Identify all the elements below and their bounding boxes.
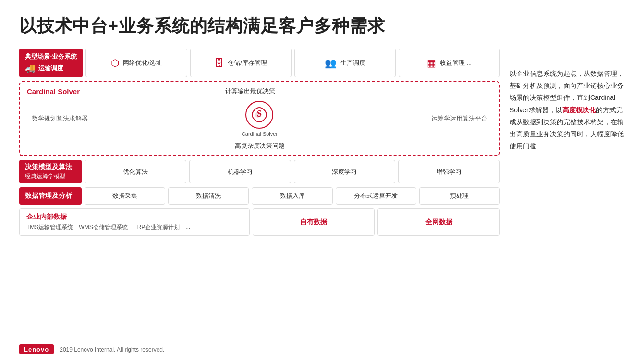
rl-label: 增强学习 <box>437 168 462 176</box>
data-warehouse-label: 数据入库 <box>280 192 305 200</box>
page-wrapper: 以技术中台+业务系统的结构满足客户多种需求 典型场景-业务系统 🚚 运输调度 ⬡… <box>0 0 644 364</box>
cardinal-header: Cardinal Solver 计算输出最优决策 <box>27 87 492 96</box>
erp-label: ERP企业资源计划 <box>134 223 180 231</box>
cardinal-logo-area: S Cardinal Solver <box>242 100 278 137</box>
enterprise-header: 企业内部数据 <box>26 213 243 221</box>
decision-model-header: 决策模型及算法 经典运筹学模型 <box>19 160 82 183</box>
description-text: 以企业信息系统为起点，从数据管理，基础分析及预测，面向产业链核心业务场景的决策模… <box>510 68 625 152</box>
enterprise-row: 企业内部数据 TMS运输管理系统 WMS仓储管理系统 ERP企业资源计划 ...… <box>19 208 500 236</box>
data-warehouse-card: 数据入库 <box>252 187 332 205</box>
content-area: 典型场景-业务系统 🚚 运输调度 ⬡ 网络优化\选址 🗄 仓储/库存管理 <box>19 49 625 332</box>
transport-label: 运输调度 <box>38 64 63 73</box>
revenue-icon: ▦ <box>427 57 436 69</box>
revenue-label: 收益管理 ... <box>440 59 472 67</box>
data-management-cards: 数据采集 数据清洗 数据入库 分布式运算开发 预处理 <box>85 187 500 205</box>
production-icon: 👥 <box>325 57 337 69</box>
self-data-title: 自有数据 <box>300 218 327 227</box>
footer-copyright: 2019 Lenovo Internal. All rights reserve… <box>60 346 164 353</box>
scene-cards: ⬡ 网络优化\选址 🗄 仓储/库存管理 👥 生产调度 ▦ 收益管理 ... <box>85 49 500 77</box>
scene-header: 典型场景-业务系统 🚚 运输调度 <box>19 49 83 77</box>
scene-card-network: ⬡ 网络优化\选址 <box>85 49 187 77</box>
ml-label: 机器学习 <box>228 168 253 176</box>
desc-highlight: 高度模块化 <box>562 106 596 114</box>
cardinal-left-text: 数学规划算法求解器 <box>32 114 104 123</box>
left-section: 典型场景-业务系统 🚚 运输调度 ⬡ 网络优化\选址 🗄 仓储/库存管理 <box>19 49 500 332</box>
cardinal-solver-box: Cardinal Solver 计算输出最优决策 数学规划算法求解器 S <box>19 81 500 156</box>
tms-label: TMS运输管理系统 <box>26 223 73 231</box>
storage-icon: 🗄 <box>214 58 224 69</box>
network-icon: ⬡ <box>111 57 119 69</box>
all-data-box: 全网数据 <box>377 208 500 236</box>
distributed-card: 分布式运算开发 <box>336 187 416 205</box>
scene-card-storage: 🗄 仓储/库存管理 <box>190 49 292 77</box>
decision-model-title: 决策模型及算法 <box>25 163 76 171</box>
cardinal-right-text: 运筹学运用算法平台 <box>415 114 487 123</box>
scene-header-title: 典型场景-业务系统 <box>25 52 77 61</box>
decision-card-ml: 机器学习 <box>189 160 291 183</box>
right-section: 以企业信息系统为起点，从数据管理，基础分析及预测，面向产业链核心业务场景的决策模… <box>510 49 625 332</box>
decision-model-cards: 优化算法 机器学习 深度学习 增强学习 <box>85 160 500 183</box>
data-management-header: 数据管理及分析 <box>19 187 82 205</box>
distributed-label: 分布式运算开发 <box>354 192 398 200</box>
data-cleaning-card: 数据清洗 <box>168 187 249 205</box>
data-collection-label: 数据采集 <box>112 192 137 200</box>
truck-icon: 🚚 <box>25 63 36 73</box>
data-collection-card: 数据采集 <box>85 187 165 205</box>
more-label: ... <box>185 223 190 231</box>
self-data-box: 自有数据 <box>253 208 375 236</box>
data-management-row: 数据管理及分析 数据采集 数据清洗 数据入库 分布式运算开发 <box>19 187 500 205</box>
decision-card-optimization: 优化算法 <box>85 160 186 183</box>
network-label: 网络优化\选址 <box>123 59 162 67</box>
typical-scenes-row: 典型场景-业务系统 🚚 运输调度 ⬡ 网络优化\选址 🗄 仓储/库存管理 <box>19 49 500 77</box>
lenovo-brand: Lenovo <box>19 344 54 354</box>
main-title: 以技术中台+业务系统的结构满足客户多种需求 <box>19 14 625 38</box>
cardinal-logo-text: Cardinal Solver <box>242 131 278 137</box>
decision-card-rl: 增强学习 <box>398 160 500 183</box>
production-label: 生产调度 <box>340 59 365 67</box>
cardinal-bottom-text: 高复杂度决策问题 <box>27 142 492 150</box>
cardinal-title: Cardinal Solver <box>27 87 80 96</box>
data-management-title: 数据管理及分析 <box>25 192 76 200</box>
enterprise-items: TMS运输管理系统 WMS仓储管理系统 ERP企业资源计划 ... <box>26 223 243 231</box>
scene-card-production: 👥 生产调度 <box>294 49 396 77</box>
cardinal-top-text: 计算输出最优决策 <box>80 87 420 96</box>
footer: Lenovo 2019 Lenovo Internal. All rights … <box>19 337 625 354</box>
cardinal-content: 数学规划算法求解器 S Cardinal Solver 运筹学运用算法平台 <box>27 98 492 139</box>
wms-label: WMS仓储管理系统 <box>79 223 127 231</box>
svg-text:S: S <box>257 109 262 119</box>
optimization-label: 优化算法 <box>123 168 148 176</box>
cardinal-logo-svg: S <box>245 100 274 129</box>
all-data-title: 全网数据 <box>425 218 452 227</box>
scene-card-revenue: ▦ 收益管理 ... <box>399 49 500 77</box>
scene-subtitle: 🚚 运输调度 <box>25 63 63 73</box>
preprocessing-card: 预处理 <box>419 187 500 205</box>
dl-label: 深度学习 <box>332 168 357 176</box>
decision-model-sub: 经典运筹学模型 <box>25 172 76 181</box>
decision-model-row: 决策模型及算法 经典运筹学模型 优化算法 机器学习 深度学习 增强学习 <box>19 160 500 183</box>
enterprise-main: 企业内部数据 TMS运输管理系统 WMS仓储管理系统 ERP企业资源计划 ... <box>19 208 250 236</box>
storage-label: 仓储/库存管理 <box>228 59 267 67</box>
decision-card-dl: 深度学习 <box>294 160 396 183</box>
preprocessing-label: 预处理 <box>450 192 469 200</box>
data-cleaning-label: 数据清洗 <box>196 192 221 200</box>
